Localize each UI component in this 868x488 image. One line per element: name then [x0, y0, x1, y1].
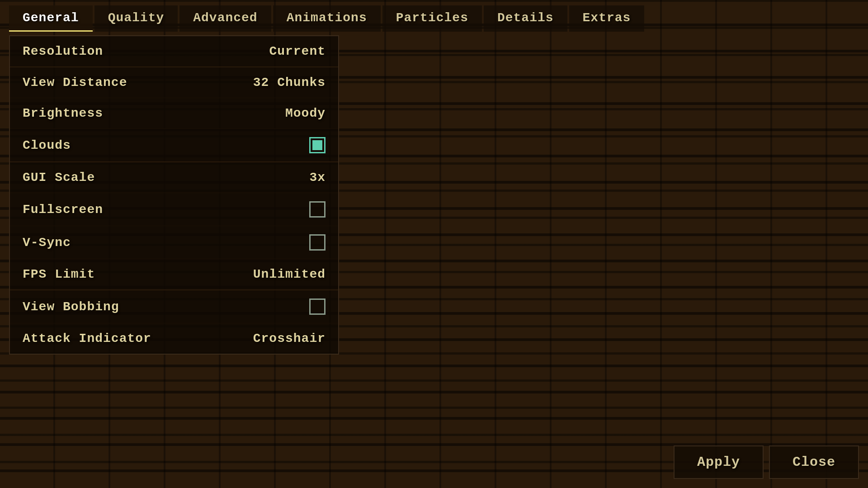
setting-row-brightness[interactable]: Brightness Moody: [10, 98, 338, 129]
fullscreen-label: Fullscreen: [23, 203, 103, 217]
tab-animations[interactable]: Animations: [273, 5, 381, 32]
fps-limit-label: FPS Limit: [23, 267, 95, 281]
settings-group-display: View Distance 32 Chunks Brightness Moody…: [10, 67, 338, 162]
settings-panel: Resolution Current View Distance 32 Chun…: [9, 35, 339, 355]
view-bobbing-label: View Bobbing: [23, 300, 119, 314]
settings-group-screen: GUI Scale 3x Fullscreen V-Sync FPS Limit…: [10, 162, 338, 290]
setting-row-attack-indicator[interactable]: Attack Indicator Crosshair: [10, 323, 338, 354]
attack-indicator-value: Crosshair: [253, 332, 326, 346]
setting-row-view-distance[interactable]: View Distance 32 Chunks: [10, 67, 338, 98]
tab-quality[interactable]: Quality: [94, 5, 178, 32]
fullscreen-checkbox[interactable]: [309, 201, 326, 218]
gui-scale-label: GUI Scale: [23, 171, 95, 185]
tab-details[interactable]: Details: [484, 5, 567, 32]
clouds-label: Clouds: [23, 138, 71, 152]
tab-advanced[interactable]: Advanced: [179, 5, 271, 32]
setting-row-view-bobbing[interactable]: View Bobbing: [10, 290, 338, 323]
settings-group-resolution: Resolution Current: [10, 36, 338, 67]
setting-row-resolution[interactable]: Resolution Current: [10, 36, 338, 66]
setting-row-gui-scale[interactable]: GUI Scale 3x: [10, 162, 338, 193]
view-distance-label: View Distance: [23, 76, 127, 90]
settings-group-gameplay: View Bobbing Attack Indicator Crosshair: [10, 290, 338, 354]
tab-general[interactable]: General: [9, 5, 93, 32]
setting-row-fullscreen[interactable]: Fullscreen: [10, 193, 338, 226]
fps-limit-value: Unlimited: [253, 267, 326, 281]
gui-scale-value: 3x: [309, 171, 326, 185]
view-bobbing-checkbox[interactable]: [309, 298, 326, 315]
brightness-value: Moody: [285, 106, 326, 120]
tabs-nav: General Quality Advanced Animations Part…: [0, 0, 868, 32]
main-container: General Quality Advanced Animations Part…: [0, 0, 868, 488]
resolution-value: Current: [269, 44, 326, 58]
setting-row-clouds[interactable]: Clouds: [10, 129, 338, 161]
view-distance-value: 32 Chunks: [253, 76, 326, 90]
vsync-checkbox[interactable]: [309, 234, 326, 251]
vsync-label: V-Sync: [23, 236, 71, 250]
brightness-label: Brightness: [23, 106, 103, 120]
apply-button[interactable]: Apply: [674, 445, 764, 479]
attack-indicator-label: Attack Indicator: [23, 332, 151, 346]
resolution-label: Resolution: [23, 44, 103, 58]
close-button[interactable]: Close: [769, 445, 859, 479]
tab-extras[interactable]: Extras: [569, 5, 645, 32]
setting-row-fps-limit[interactable]: FPS Limit Unlimited: [10, 259, 338, 289]
clouds-checkbox[interactable]: [309, 137, 326, 153]
setting-row-vsync[interactable]: V-Sync: [10, 226, 338, 259]
tab-particles[interactable]: Particles: [382, 5, 482, 32]
bottom-buttons: Apply Close: [674, 445, 859, 479]
